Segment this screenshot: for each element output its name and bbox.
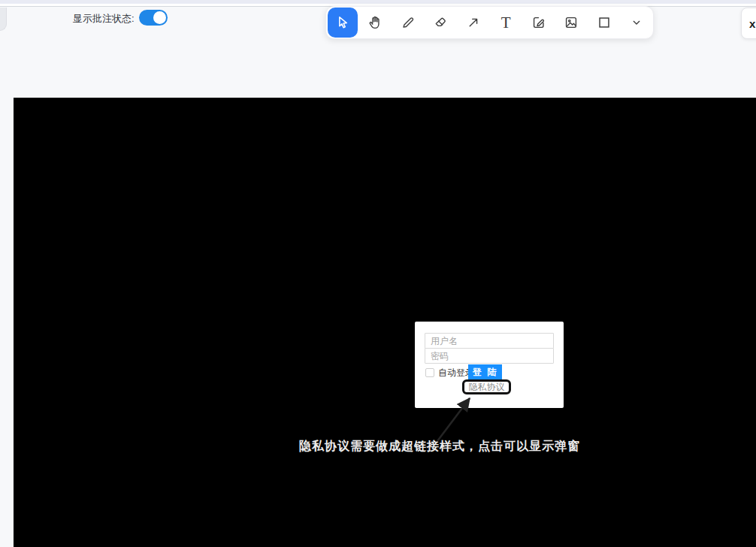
toggle-knob [153,11,166,24]
rectangle-tool-button[interactable] [589,8,619,38]
text-tool-button[interactable]: T [491,8,521,38]
annotation-toolbar: T [325,6,654,39]
pen-tool-button[interactable] [393,8,423,38]
cursor-tool-button[interactable] [328,8,358,38]
more-tools-button[interactable] [621,8,652,38]
annotation-status-toggle[interactable] [139,10,168,26]
login-button[interactable]: 登 陆 [468,364,502,380]
eraser-tool-button[interactable] [425,8,455,38]
privacy-agreement-link[interactable]: 隐私协议 [469,381,505,394]
privacy-highlight-box: 隐私协议 [462,379,511,394]
hand-tool-button[interactable] [360,8,390,38]
username-input[interactable] [425,333,554,349]
password-input[interactable] [425,348,554,364]
hand-icon [367,14,383,31]
login-form-card: 自动登录 登 陆 隐私协议 [415,322,564,408]
annotation-canvas[interactable]: 自动登录 登 陆 隐私协议 隐私协议需要做成超链接样式，点击可以显示弹窗 [14,98,756,547]
pen-icon [400,14,416,31]
text-tool-icon: T [501,15,511,31]
image-tool-button[interactable] [556,8,586,38]
app-window: 显示批注状态: [0,0,756,547]
annotation-arrow [14,98,756,547]
auto-login-checkbox[interactable] [425,368,434,377]
image-icon [563,14,579,31]
note-tool-button[interactable] [524,8,554,38]
note-edit-icon [531,14,547,31]
arrow-icon [465,14,482,31]
arrow-tool-button[interactable] [458,8,488,38]
chevron-down-icon [629,15,644,30]
annotation-text: 隐私协议需要做成超链接样式，点击可以显示弹窗 [299,439,585,455]
sidebar-collapsed-tab[interactable] [0,8,7,31]
rectangle-icon [596,14,612,31]
close-button[interactable]: x [741,8,756,39]
annotation-status-toggle-label: 显示批注状态: [73,12,135,26]
cursor-icon [334,14,351,31]
eraser-icon [432,14,449,31]
